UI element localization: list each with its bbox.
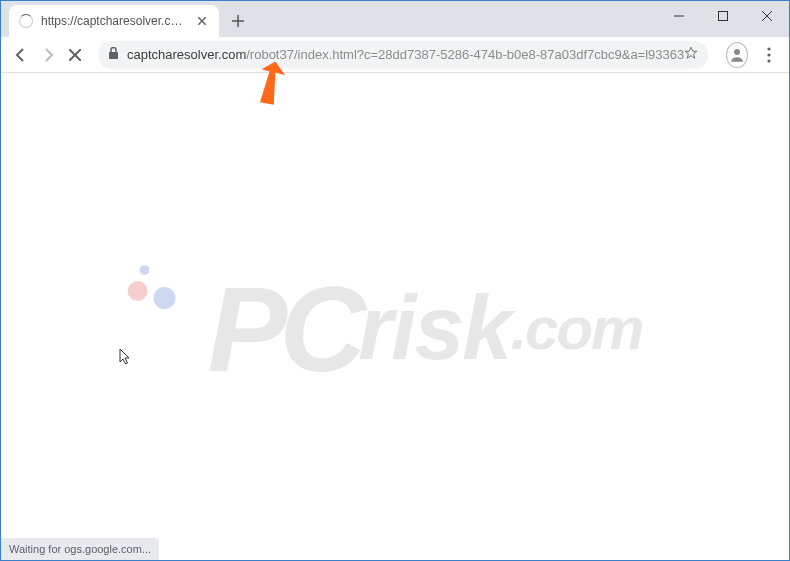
svg-point-4 (768, 53, 771, 56)
close-window-button[interactable] (745, 1, 789, 31)
watermark-logo: PCrisk.com (148, 260, 643, 398)
toolbar: captcharesolver.com/robot37/index.html?c… (1, 37, 789, 73)
back-button[interactable] (9, 41, 32, 69)
browser-tab[interactable]: https://captcharesolver.com/robo (9, 5, 219, 37)
url-text: captcharesolver.com/robot37/index.html?c… (127, 47, 684, 62)
lock-icon (108, 47, 119, 63)
bookmark-star-icon[interactable] (684, 46, 698, 63)
svg-rect-1 (109, 52, 118, 59)
minimize-button[interactable] (657, 1, 701, 31)
status-bar: Waiting for ogs.google.com... (1, 538, 159, 560)
page-content: PCrisk.com (1, 73, 789, 538)
forward-button[interactable] (36, 41, 59, 69)
svg-point-3 (768, 47, 771, 50)
loading-spinner-icon (19, 14, 33, 28)
menu-button[interactable] (758, 41, 781, 69)
profile-avatar-button[interactable] (726, 42, 748, 68)
close-tab-button[interactable] (195, 14, 209, 28)
tab-title: https://captcharesolver.com/robo (41, 14, 189, 28)
cursor-icon (119, 348, 133, 370)
status-text: Waiting for ogs.google.com... (9, 543, 151, 555)
svg-point-5 (768, 59, 771, 62)
svg-point-2 (734, 49, 740, 55)
address-bar[interactable]: captcharesolver.com/robot37/index.html?c… (98, 41, 708, 69)
new-tab-button[interactable] (225, 8, 251, 34)
tab-bar: https://captcharesolver.com/robo (1, 1, 789, 37)
maximize-button[interactable] (701, 1, 745, 31)
stop-reload-button[interactable] (63, 41, 86, 69)
svg-rect-0 (719, 12, 728, 21)
